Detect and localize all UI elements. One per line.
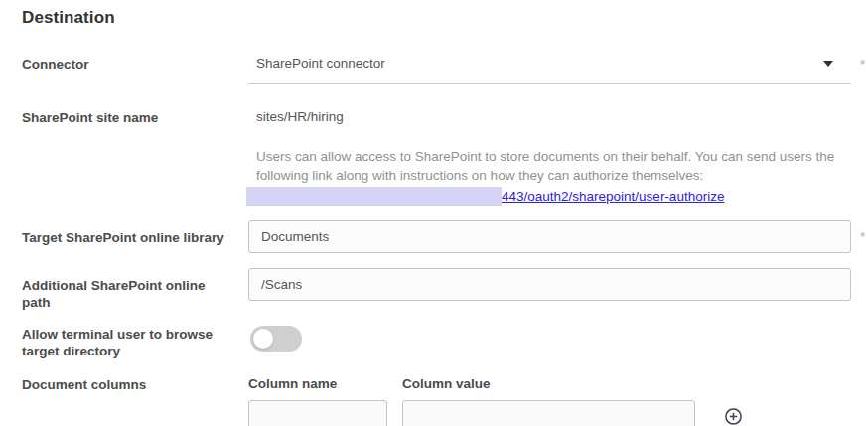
required-asterisk: *: [860, 58, 865, 71]
target-library-row: Target SharePoint online library *: [22, 220, 851, 253]
target-library-input[interactable]: [248, 220, 851, 253]
document-columns-row: Document columns Column name Column valu…: [22, 376, 851, 426]
required-asterisk: *: [860, 230, 865, 244]
site-name-row: SharePoint site name sites/HR/hiring: [22, 109, 851, 126]
plus-circle-icon: [724, 407, 743, 426]
additional-path-label: Additional SharePoint online path: [22, 268, 248, 311]
chevron-down-icon: [823, 61, 833, 67]
connector-select[interactable]: SharePoint connector: [248, 56, 851, 84]
authorize-note-row: Users can allow access to SharePoint to …: [22, 147, 851, 206]
column-name-header: Column name: [248, 376, 387, 391]
destination-form: Destination Connector SharePoint connect…: [0, 0, 868, 426]
allow-browse-row: Allow terminal user to browse target dir…: [22, 326, 851, 359]
connector-row: Connector SharePoint connector *: [22, 56, 851, 84]
redacted-host-highlight: [246, 187, 502, 206]
column-value-input[interactable]: [402, 400, 695, 426]
page-title: Destination: [22, 8, 851, 28]
site-name-label: SharePoint site name: [22, 109, 248, 126]
authorize-link-line: 443/oauth2/sharepoint/user-authorize: [248, 186, 851, 206]
toggle-knob: [253, 329, 273, 349]
allow-browse-label: Allow terminal user to browse target dir…: [22, 326, 248, 359]
allow-browse-toggle[interactable]: [250, 326, 302, 352]
connector-selected-value: SharePoint connector: [256, 56, 385, 71]
user-authorize-link[interactable]: 443/oauth2/sharepoint/user-authorize: [502, 189, 724, 204]
add-column-button[interactable]: [724, 407, 743, 426]
target-library-label: Target SharePoint online library: [22, 220, 248, 246]
column-value-header: Column value: [402, 376, 695, 391]
document-columns-editor: Column name Column value: [248, 376, 851, 426]
column-name-input[interactable]: [248, 400, 387, 426]
additional-path-input[interactable]: [248, 268, 851, 301]
authorize-note-text: Users can allow access to SharePoint to …: [248, 147, 851, 185]
connector-label: Connector: [22, 56, 248, 72]
document-columns-label: Document columns: [22, 376, 248, 393]
site-name-value: sites/HR/hiring: [248, 109, 851, 124]
additional-path-row: Additional SharePoint online path: [22, 268, 851, 311]
